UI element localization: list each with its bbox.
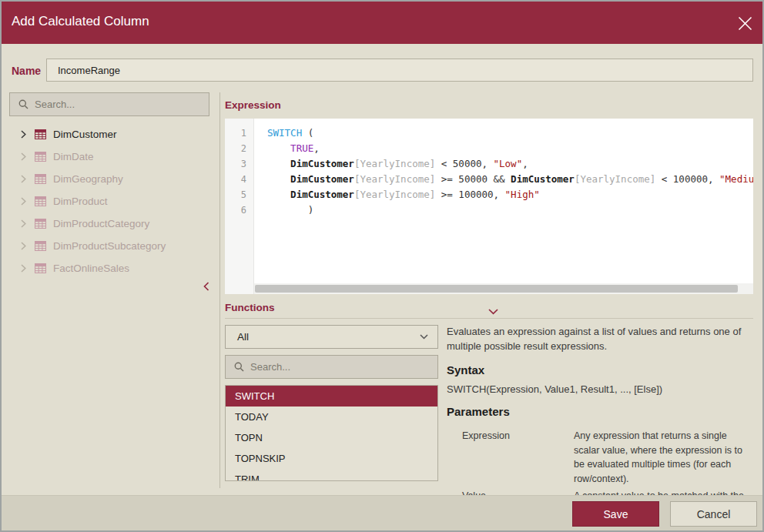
function-item-TRIM[interactable]: TRIM: [226, 469, 437, 481]
line-number: 5: [225, 187, 253, 202]
expression-editor[interactable]: 123456 SWITCH ( TRUE, DimCustomer[Yearly…: [225, 119, 753, 294]
table-tree: DimCustomerDimDateDimGeographyDimProduct…: [9, 123, 209, 279]
syntax-text: SWITCH(Expression, Value1, Result1, ...,…: [447, 383, 758, 395]
parameters-heading: Parameters: [447, 405, 758, 418]
table-icon: [35, 174, 46, 184]
tree-item-FactOnlineSales[interactable]: FactOnlineSales: [9, 257, 209, 279]
horizontal-scrollbar[interactable]: [254, 283, 753, 294]
function-item-TODAY[interactable]: TODAY: [226, 407, 437, 427]
code-line-6: ): [267, 202, 753, 218]
collapse-panel-icon[interactable]: [202, 279, 211, 296]
syntax-heading: Syntax: [447, 363, 758, 376]
dialog-header: Add Calculated Column: [2, 2, 762, 44]
expression-label: Expression: [225, 99, 281, 111]
panel-divider: [219, 92, 220, 488]
name-input[interactable]: [46, 59, 753, 82]
functions-separator: [225, 318, 753, 319]
close-icon[interactable]: [736, 15, 753, 32]
dialog-footer: Save Cancel: [2, 495, 762, 530]
function-item-SWITCH[interactable]: SWITCH: [226, 386, 437, 407]
function-search-input[interactable]: [250, 361, 437, 373]
table-label: DimProductCategory: [53, 218, 149, 229]
dropdown-value: All: [237, 331, 420, 343]
code-area[interactable]: SWITCH ( TRUE, DimCustomer[YearlyIncome]…: [255, 119, 753, 294]
table-label: DimProduct: [53, 196, 108, 207]
line-number: 1: [225, 125, 253, 141]
table-label: DimDate: [53, 151, 94, 162]
tree-item-DimCustomer[interactable]: DimCustomer: [9, 123, 209, 146]
search-icon: [18, 99, 28, 109]
function-reference: Evaluates an expression against a list o…: [447, 325, 758, 517]
tree-item-DimProduct[interactable]: DimProduct: [9, 190, 209, 212]
table-label: DimProductSubcategory: [53, 240, 166, 252]
line-number: 2: [225, 141, 253, 156]
code-line-3: DimCustomer[YearlyIncome] < 50000, "Low"…: [267, 156, 753, 172]
table-icon: [35, 152, 46, 162]
table-icon: [35, 263, 46, 273]
chevron-right-icon[interactable]: [21, 197, 27, 206]
table-label: FactOnlineSales: [53, 263, 129, 274]
function-item-TOPNSKIP[interactable]: TOPNSKIP: [226, 448, 437, 469]
add-calculated-column-dialog: Add Calculated Column Name DimCustomerDi…: [0, 0, 764, 532]
chevron-right-icon[interactable]: [21, 219, 27, 228]
chevron-right-icon[interactable]: [21, 152, 27, 161]
line-number: 4: [225, 172, 253, 187]
chevron-right-icon[interactable]: [21, 242, 27, 250]
functions-label: Functions: [225, 302, 275, 313]
table-icon: [35, 196, 46, 206]
functions-collapse-icon[interactable]: [487, 303, 500, 320]
function-search[interactable]: [225, 355, 438, 379]
chevron-right-icon[interactable]: [21, 264, 27, 273]
chevron-down-icon: [420, 334, 428, 340]
table-label: DimCustomer: [53, 129, 117, 140]
scrollbar-thumb[interactable]: [255, 285, 738, 293]
tree-item-DimProductCategory[interactable]: DimProductCategory: [9, 212, 209, 235]
function-item-TOPN[interactable]: TOPN: [226, 427, 437, 448]
tree-item-DimDate[interactable]: DimDate: [9, 146, 209, 168]
code-line-5: DimCustomer[YearlyIncome] >= 100000, "Hi…: [267, 187, 753, 202]
line-number: 6: [225, 202, 253, 218]
name-label: Name: [12, 65, 41, 77]
line-number-gutter: 123456: [225, 119, 254, 294]
table-icon: [35, 219, 46, 229]
parameter-name: Expression: [447, 426, 574, 443]
code-line-2: TRUE,: [267, 141, 753, 156]
code-line-1: SWITCH (: [267, 125, 753, 141]
search-icon: [234, 362, 244, 372]
save-button[interactable]: Save: [572, 501, 659, 527]
table-label: DimGeography: [53, 173, 123, 185]
chevron-right-icon[interactable]: [21, 175, 27, 183]
function-list: SWITCHTODAYTOPNTOPNSKIPTRIM: [225, 385, 438, 481]
function-description: Evaluates an expression against a list o…: [447, 325, 755, 353]
table-search[interactable]: [9, 92, 209, 116]
table-search-input[interactable]: [35, 99, 209, 110]
function-category-dropdown[interactable]: All: [225, 325, 438, 349]
parameter-description: Any expression that returns a single sca…: [574, 426, 749, 486]
cancel-button[interactable]: Cancel: [670, 501, 757, 527]
dialog-title: Add Calculated Column: [12, 14, 149, 29]
table-icon: [35, 241, 46, 251]
code-line-4: DimCustomer[YearlyIncome] >= 50000 && Di…: [267, 172, 753, 187]
tree-item-DimGeography[interactable]: DimGeography: [9, 168, 209, 190]
parameter-row: ExpressionAny expression that returns a …: [447, 426, 758, 486]
chevron-right-icon[interactable]: [21, 130, 27, 139]
tree-item-DimProductSubcategory[interactable]: DimProductSubcategory: [9, 235, 209, 257]
line-number: 3: [225, 156, 253, 172]
table-icon: [35, 129, 46, 139]
